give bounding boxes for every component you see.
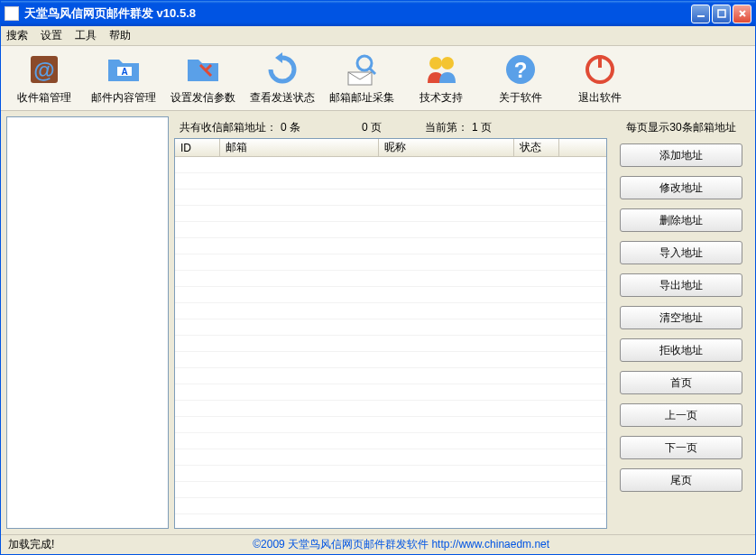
svg-rect-13	[598, 55, 602, 68]
menu-search[interactable]: 搜索	[6, 28, 28, 43]
addr-collect-button[interactable]: 邮箱邮址采集	[322, 48, 401, 108]
email-table: ID 邮箱 昵称 状态	[174, 138, 607, 529]
toolbar-label: 退出软件	[578, 90, 622, 106]
close-button[interactable]	[733, 5, 751, 23]
toolbar-label: 设置发信参数	[171, 90, 235, 106]
col-status[interactable]: 状态	[514, 139, 559, 156]
col-spacer	[559, 139, 606, 156]
svg-point-9	[441, 57, 454, 69]
folder-edit-icon: A	[105, 51, 143, 88]
help-icon: ?	[502, 51, 539, 88]
app-icon	[5, 6, 19, 21]
import-address-button[interactable]: 导入地址	[620, 241, 742, 264]
clear-address-button[interactable]: 清空地址	[620, 306, 742, 329]
refresh-icon	[263, 51, 301, 88]
search-mail-icon	[343, 51, 381, 88]
tech-support-button[interactable]: 技术支持	[401, 48, 481, 108]
center-pane: 共有收信邮箱地址： 0 条 0 页 当前第： 1 页 ID 邮箱 昵称 状态	[174, 116, 607, 529]
total-label: 共有收信邮箱地址：	[180, 120, 277, 135]
inbox-mgmt-button[interactable]: @ 收件箱管理	[5, 48, 84, 108]
next-page-button[interactable]: 下一页	[620, 436, 742, 459]
table-body[interactable]	[175, 157, 606, 528]
folder-settings-icon	[184, 51, 222, 88]
send-status-button[interactable]: 查看发送状态	[243, 48, 322, 108]
col-email[interactable]: 邮箱	[220, 139, 379, 156]
col-id[interactable]: ID	[175, 139, 220, 156]
svg-rect-0	[697, 15, 705, 17]
toolbar-label: 技术支持	[419, 90, 463, 106]
toolbar: @ 收件箱管理 A 邮件内容管理 设置发信参数 查看发送状态 邮箱邮址采集 技术…	[1, 46, 755, 111]
col-nick[interactable]: 昵称	[379, 139, 514, 156]
titlebar: 天堂鸟风信网页邮件群发 v10.5.8	[1, 1, 755, 26]
content-mgmt-button[interactable]: A 邮件内容管理	[84, 48, 163, 108]
svg-rect-1	[718, 10, 725, 17]
status-text: 加载完成!	[8, 537, 54, 552]
menu-help[interactable]: 帮助	[109, 28, 131, 43]
toolbar-label: 收件箱管理	[17, 90, 71, 106]
content-area: 共有收信邮箱地址： 0 条 0 页 当前第： 1 页 ID 邮箱 昵称 状态	[1, 111, 755, 534]
action-buttons: 添加地址 修改地址 删除地址 导入地址 导出地址 清空地址 拒收地址 首页 上一…	[613, 138, 750, 529]
svg-text:?: ?	[514, 58, 528, 82]
total-count: 0 条	[281, 120, 300, 135]
toolbar-label: 关于软件	[499, 90, 542, 106]
export-address-button[interactable]: 导出地址	[620, 273, 742, 297]
address-book-icon: @	[25, 51, 63, 88]
first-page-button[interactable]: 首页	[620, 371, 742, 394]
app-window: 天堂鸟风信网页邮件群发 v10.5.8 搜索 设置 工具 帮助 @ 收件箱管理 …	[0, 0, 756, 555]
toolbar-label: 邮件内容管理	[91, 90, 156, 106]
last-page-button[interactable]: 尾页	[620, 468, 742, 492]
right-pane: 每页显示30条邮箱地址 添加地址 修改地址 删除地址 导入地址 导出地址 清空地…	[613, 116, 750, 529]
toolbar-label: 邮箱邮址采集	[329, 90, 394, 106]
exit-button[interactable]: 退出软件	[560, 48, 640, 108]
edit-address-button[interactable]: 修改地址	[620, 176, 742, 199]
prev-page-button[interactable]: 上一页	[620, 403, 742, 427]
about-button[interactable]: ? 关于软件	[481, 48, 560, 108]
svg-text:@: @	[33, 58, 54, 82]
menu-settings[interactable]: 设置	[41, 28, 62, 43]
delete-address-button[interactable]: 删除地址	[620, 208, 742, 232]
window-title: 天堂鸟风信网页邮件群发 v10.5.8	[24, 5, 689, 22]
copyright-text: ©2009 天堂鸟风信网页邮件群发软件 http://www.chinaedm.…	[54, 537, 748, 552]
reject-address-button[interactable]: 拒收地址	[620, 338, 742, 362]
current-label: 当前第：	[425, 120, 468, 135]
per-page-info: 每页显示30条邮箱地址	[613, 116, 750, 138]
minimize-button[interactable]	[691, 5, 710, 23]
current-page: 1 页	[472, 120, 492, 135]
left-tree-pane[interactable]	[6, 116, 169, 529]
maximize-button[interactable]	[712, 5, 731, 23]
send-params-button[interactable]: 设置发信参数	[163, 48, 243, 108]
table-header: ID 邮箱 昵称 状态	[175, 139, 606, 157]
toolbar-label: 查看发送状态	[250, 90, 315, 106]
menubar: 搜索 设置 工具 帮助	[1, 26, 755, 46]
power-icon	[581, 51, 619, 88]
pages-count: 0 页	[362, 120, 382, 135]
add-address-button[interactable]: 添加地址	[620, 143, 742, 167]
svg-point-8	[429, 57, 442, 69]
menu-tools[interactable]: 工具	[75, 28, 97, 43]
svg-point-7	[357, 56, 372, 70]
people-icon	[422, 51, 460, 88]
stats-bar: 共有收信邮箱地址： 0 条 0 页 当前第： 1 页	[174, 116, 607, 138]
svg-text:A: A	[121, 67, 127, 77]
statusbar: 加载完成! ©2009 天堂鸟风信网页邮件群发软件 http://www.chi…	[1, 534, 755, 554]
